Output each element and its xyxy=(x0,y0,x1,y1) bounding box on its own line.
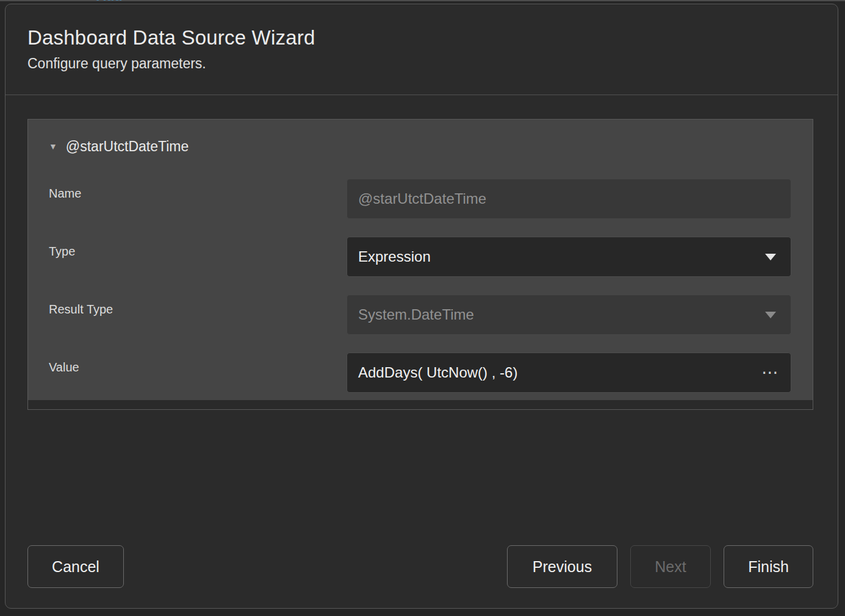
type-dropdown[interactable]: Expression xyxy=(347,237,791,277)
previous-button[interactable]: Previous xyxy=(507,545,617,588)
page-title: Dashboard Data Source Wizard xyxy=(27,26,816,49)
type-label: Type xyxy=(49,245,75,259)
result-type-dropdown-value: System.DateTime xyxy=(347,306,765,323)
form-row-type: Type Expression xyxy=(28,237,813,277)
name-label: Name xyxy=(49,187,81,201)
type-dropdown-value: Expression xyxy=(347,248,765,265)
result-type-dropdown: System.DateTime xyxy=(347,295,791,335)
parameter-group-header[interactable]: ▼ @starUtctDateTime xyxy=(49,135,189,157)
ellipsis-button[interactable]: ⋯ xyxy=(758,364,782,381)
form-row-result-type: Result Type System.DateTime xyxy=(28,295,813,335)
next-button: Next xyxy=(630,545,711,588)
parameter-group-panel: ▼ @starUtctDateTime Name Type Expression… xyxy=(28,120,813,400)
parameters-scroll-area: ▼ @starUtctDateTime Name Type Expression… xyxy=(27,119,813,410)
finish-button[interactable]: Finish xyxy=(724,545,813,588)
chevron-down-icon xyxy=(765,312,776,318)
wizard-header: Dashboard Data Source Wizard Configure q… xyxy=(27,26,816,72)
chevron-down-icon xyxy=(765,254,776,260)
parameter-group-title: @starUtctDateTime xyxy=(66,138,189,155)
collapse-chevron-icon: ▼ xyxy=(49,142,57,151)
name-input xyxy=(347,179,791,219)
header-separator xyxy=(5,95,838,95)
page-subtitle: Configure query parameters. xyxy=(27,56,816,72)
cancel-button[interactable]: Cancel xyxy=(27,545,124,588)
form-row-value: Value AddDays( UtcNow() , -6) ⋯ xyxy=(28,353,813,393)
ellipsis-icon: ⋯ xyxy=(761,362,778,382)
result-type-label: Result Type xyxy=(49,303,113,317)
form-row-name: Name xyxy=(28,179,813,219)
value-expression-field[interactable]: AddDays( UtcNow() , -6) ⋯ xyxy=(347,353,791,393)
wizard-dialog: Dashboard Data Source Wizard Configure q… xyxy=(5,4,838,609)
value-expression-text: AddDays( UtcNow() , -6) xyxy=(347,364,758,381)
value-label: Value xyxy=(49,360,79,374)
